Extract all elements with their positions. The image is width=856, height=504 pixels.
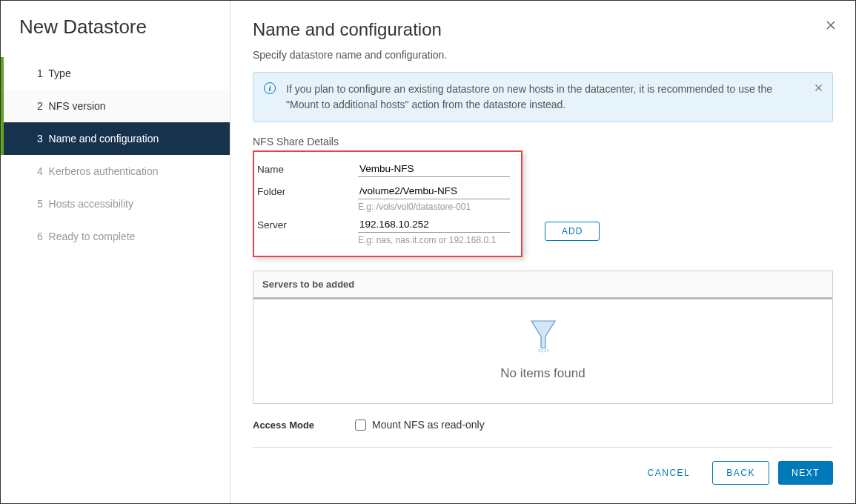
- servers-to-be-added-panel: Servers to be added No items found: [253, 271, 833, 404]
- nfs-details-box: Name Folder E.g: /vols/vol0/datastore-00…: [253, 150, 522, 257]
- step-label: Type: [48, 67, 70, 79]
- step-name-configuration[interactable]: 3 Name and configuration: [1, 122, 230, 155]
- sidebar-title: New Datastore: [1, 16, 230, 57]
- nfs-share-details-title: NFS Share Details: [253, 136, 833, 147]
- server-input[interactable]: [358, 216, 510, 233]
- close-icon[interactable]: [825, 19, 837, 35]
- info-banner-text: If you plan to configure an existing dat…: [286, 83, 772, 110]
- name-row: Name: [254, 161, 510, 177]
- step-num: 2: [37, 100, 43, 112]
- new-datastore-dialog: New Datastore 1 Type 2 NFS version 3 Nam…: [0, 0, 856, 504]
- page-subtitle: Specify datastore name and configuration…: [253, 49, 833, 61]
- step-num: 6: [37, 231, 43, 242]
- name-label: Name: [257, 161, 358, 175]
- footer: CANCEL BACK NEXT: [253, 447, 833, 485]
- cancel-button[interactable]: CANCEL: [634, 461, 704, 485]
- access-mode-label: Access Mode: [253, 420, 355, 431]
- funnel-icon: [528, 318, 558, 355]
- info-banner: i If you plan to configure an existing d…: [253, 72, 833, 122]
- no-items-text: No items found: [253, 366, 832, 381]
- step-num: 4: [37, 165, 43, 177]
- step-label: Hosts accessibility: [49, 198, 133, 210]
- folder-hint: E.g: /vols/vol0/datastore-001: [358, 202, 510, 212]
- name-input[interactable]: [358, 161, 510, 177]
- step-num: 3: [37, 133, 43, 145]
- step-hosts-accessibility: 5 Hosts accessibility: [1, 188, 230, 220]
- folder-label: Folder: [257, 183, 358, 197]
- access-mode-row: Access Mode Mount NFS as read-only: [253, 419, 833, 431]
- step-type[interactable]: 1 Type: [1, 57, 230, 90]
- add-button[interactable]: ADD: [545, 222, 600, 241]
- info-icon: i: [264, 82, 276, 94]
- server-hint: E.g: nas, nas.it.com or 192.168.0.1: [358, 235, 510, 245]
- wizard-sidebar: New Datastore 1 Type 2 NFS version 3 Nam…: [1, 1, 230, 503]
- step-kerberos-authentication: 4 Kerberos authentication: [1, 155, 230, 188]
- step-label: Ready to complete: [49, 231, 136, 242]
- readonly-checkbox-label: Mount NFS as read-only: [372, 419, 485, 431]
- step-nfs-version[interactable]: 2 NFS version: [1, 90, 230, 122]
- step-label: NFS version: [49, 100, 106, 112]
- servers-body: No items found: [253, 299, 832, 403]
- server-row: Server E.g: nas, nas.it.com or 192.168.0…: [254, 216, 510, 245]
- step-ready-to-complete: 6 Ready to complete: [1, 220, 230, 253]
- folder-row: Folder E.g: /vols/vol0/datastore-001: [254, 183, 510, 212]
- dismiss-icon[interactable]: [814, 82, 823, 97]
- next-button[interactable]: NEXT: [778, 461, 833, 485]
- svg-point-0: [538, 349, 548, 352]
- step-num: 5: [37, 198, 43, 210]
- readonly-checkbox[interactable]: [355, 420, 366, 431]
- step-label: Kerberos authentication: [49, 165, 159, 177]
- readonly-checkbox-wrap[interactable]: Mount NFS as read-only: [355, 419, 485, 431]
- step-label: Name and configuration: [49, 133, 159, 145]
- folder-input[interactable]: [358, 183, 510, 199]
- step-list: 1 Type 2 NFS version 3 Name and configur…: [1, 57, 230, 253]
- server-label: Server: [257, 216, 358, 231]
- page-title: Name and configuration: [253, 19, 833, 40]
- servers-header: Servers to be added: [253, 271, 832, 299]
- main-content: Name and configuration Specify datastore…: [230, 1, 855, 503]
- back-button[interactable]: BACK: [712, 461, 769, 485]
- step-num: 1: [37, 67, 43, 79]
